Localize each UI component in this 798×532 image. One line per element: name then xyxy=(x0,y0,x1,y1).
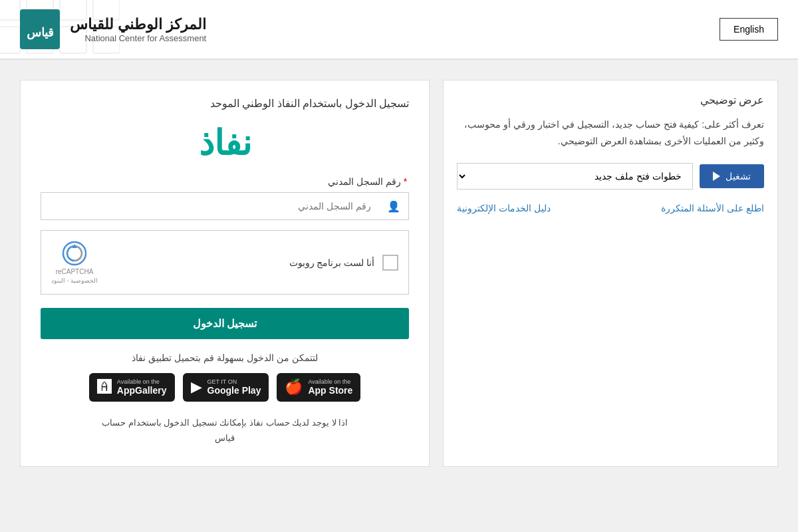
id-field-label: * رقم السجل المدني xyxy=(41,176,409,187)
login-button[interactable]: تسجيل الدخول xyxy=(41,308,409,339)
appstore-badge[interactable]: 🍎 Available on the App Store xyxy=(277,373,360,402)
faq-link[interactable]: اطلع على الأسئلة المتكررة xyxy=(661,203,764,213)
recaptcha-icon xyxy=(62,241,87,266)
english-button[interactable]: English xyxy=(720,18,778,41)
login-title: تسجيل الدخول باستخدام النفاذ الوطني المو… xyxy=(41,97,409,110)
appgallery-badge[interactable]: 🅰 Available on the AppGallery xyxy=(89,373,175,402)
svg-text:قياس: قياس xyxy=(26,26,53,40)
alt-login-line2: قياس xyxy=(215,433,235,443)
logo-icon: قياس xyxy=(20,9,60,49)
captcha-left: أنا لست برنامج روبوت xyxy=(289,255,399,271)
captcha-checkbox[interactable] xyxy=(382,255,398,271)
captcha-label: أنا لست برنامج روبوت xyxy=(289,257,375,268)
googleplay-badge[interactable]: ▶ GET IT ON Google Play xyxy=(183,373,269,402)
logo-english-name: National Center for Assessment xyxy=(70,33,206,43)
svg-rect-0 xyxy=(0,0,20,20)
app-download-title: لتتمكن من الدخول بسهولة قم بتحميل تطبيق … xyxy=(41,352,409,363)
logo-arabic-name: المركز الوطني للقياس xyxy=(70,16,206,33)
appstore-top-text: Available on the xyxy=(308,378,352,385)
app-badges: 🅰 Available on the AppGallery ▶ GET IT O… xyxy=(41,373,409,402)
demo-controls: تشغيل خطوات فتح ملف جديد xyxy=(457,163,764,190)
play-button-label: تشغيل xyxy=(726,171,751,182)
user-icon: 👤 xyxy=(379,194,408,219)
appstore-icon: 🍎 xyxy=(285,378,303,396)
appstore-bottom-text: App Store xyxy=(308,385,352,396)
googleplay-icon: ▶ xyxy=(191,378,202,396)
language-switcher[interactable]: English xyxy=(720,18,778,41)
demo-title: عرض توضيحي xyxy=(457,94,764,106)
id-input[interactable] xyxy=(41,193,379,219)
logo-text: المركز الوطني للقياس National Center for… xyxy=(70,16,206,43)
id-input-wrapper: 👤 xyxy=(41,192,409,220)
logo-area: المركز الوطني للقياس National Center for… xyxy=(20,9,206,49)
nafaz-logo: نفاذ xyxy=(41,123,409,163)
captcha-box: أنا لست برنامج روبوت reCAPTCHA الخصوصية … xyxy=(41,230,409,295)
demo-dropdown[interactable]: خطوات فتح ملف جديد xyxy=(457,163,693,190)
main-content: عرض توضيحي تعرف أكثر على: كيفية فتح حساب… xyxy=(0,60,798,487)
demo-description: تعرف أكثر على: كيفية فتح حساب جديد، التس… xyxy=(457,116,764,150)
demo-panel: عرض توضيحي تعرف أكثر على: كيفية فتح حساب… xyxy=(443,80,778,467)
id-label-text: رقم السجل المدني xyxy=(328,176,401,187)
header: English المركز الوطني للقياس National Ce… xyxy=(0,0,798,60)
play-button[interactable]: تشغيل xyxy=(700,164,764,188)
recaptcha-links: الخصوصية - البنود xyxy=(51,277,98,284)
guide-link[interactable]: دليل الخدمات الإلكترونية xyxy=(457,203,551,213)
recaptcha-brand-text: reCAPTCHA xyxy=(56,268,94,275)
captcha-right: reCAPTCHA الخصوصية - البنود xyxy=(51,241,98,284)
links-row: اطلع على الأسئلة المتكررة دليل الخدمات ا… xyxy=(457,203,764,213)
appgallery-icon: 🅰 xyxy=(97,378,112,396)
googleplay-bottom-text: Google Play xyxy=(207,385,261,396)
svg-rect-4 xyxy=(0,27,20,53)
play-icon xyxy=(713,172,720,181)
appgallery-top-text: Available on the xyxy=(117,378,167,385)
appgallery-bottom-text: AppGallery xyxy=(117,385,167,396)
alt-login-text: اذا لا يوجد لديك حساب نفاذ بإمكانك تسجيل… xyxy=(41,415,409,446)
alt-login-line1: اذا لا يوجد لديك حساب نفاذ بإمكانك تسجيل… xyxy=(102,418,348,428)
googleplay-top-text: GET IT ON xyxy=(207,378,261,385)
id-required-star: * xyxy=(404,176,407,187)
login-panel: تسجيل الدخول باستخدام النفاذ الوطني المو… xyxy=(20,80,430,467)
